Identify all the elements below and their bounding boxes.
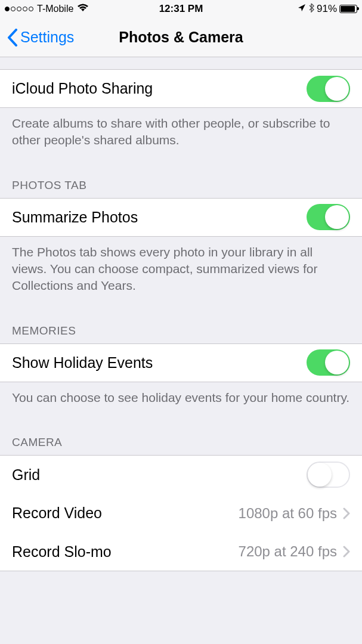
memories-header: MEMORIES bbox=[0, 311, 362, 343]
summarize-photos-toggle[interactable] bbox=[307, 204, 350, 230]
record-slomo-value: 720p at 240 fps bbox=[239, 543, 350, 560]
icloud-photo-sharing-label: iCloud Photo Sharing bbox=[12, 80, 153, 97]
wifi-icon bbox=[77, 4, 89, 14]
grid-row[interactable]: Grid bbox=[0, 455, 362, 494]
back-button[interactable]: Settings bbox=[7, 29, 74, 47]
record-video-label: Record Video bbox=[12, 504, 102, 522]
battery-icon bbox=[339, 5, 357, 13]
icloud-photo-sharing-row[interactable]: iCloud Photo Sharing bbox=[0, 69, 362, 108]
record-slomo-row[interactable]: Record Slo-mo 720p at 240 fps bbox=[0, 532, 362, 571]
record-slomo-label: Record Slo-mo bbox=[12, 543, 112, 561]
content-area: iCloud Photo Sharing Create albums to sh… bbox=[0, 57, 362, 571]
icloud-sharing-footer: Create albums to share with other people… bbox=[0, 108, 362, 166]
status-bar: T-Mobile 12:31 PM 91% bbox=[0, 0, 362, 18]
show-holiday-events-toggle[interactable] bbox=[307, 349, 350, 376]
record-video-row[interactable]: Record Video 1080p at 60 fps bbox=[0, 494, 362, 532]
show-holiday-events-label: Show Holiday Events bbox=[12, 354, 153, 371]
signal-strength-icon bbox=[5, 7, 33, 11]
photos-tab-header: PHOTOS TAB bbox=[0, 166, 362, 198]
summarize-photos-footer: The Photos tab shows every photo in your… bbox=[0, 237, 362, 311]
chevron-right-icon bbox=[343, 507, 350, 519]
grid-label: Grid bbox=[12, 466, 40, 484]
record-video-value: 1080p at 60 fps bbox=[239, 505, 350, 522]
battery-percent: 91% bbox=[317, 3, 337, 15]
grid-toggle[interactable] bbox=[307, 462, 350, 488]
status-left: T-Mobile bbox=[5, 4, 89, 14]
location-icon bbox=[298, 3, 306, 15]
toggle-knob bbox=[308, 463, 332, 487]
summarize-photos-row[interactable]: Summarize Photos bbox=[0, 198, 362, 237]
camera-header: CAMERA bbox=[0, 423, 362, 455]
holiday-events-footer: You can choose to see holiday events for… bbox=[0, 382, 362, 423]
chevron-right-icon bbox=[343, 546, 350, 558]
bluetooth-icon bbox=[308, 3, 314, 16]
toggle-knob bbox=[325, 205, 349, 229]
back-label: Settings bbox=[20, 29, 74, 46]
toggle-knob bbox=[325, 77, 349, 101]
summarize-photos-label: Summarize Photos bbox=[12, 209, 138, 226]
page-title: Photos & Camera bbox=[119, 29, 243, 46]
nav-bar: Settings Photos & Camera bbox=[0, 18, 362, 57]
toggle-knob bbox=[325, 351, 349, 374]
carrier-label: T-Mobile bbox=[37, 4, 73, 14]
status-right: 91% bbox=[298, 3, 357, 16]
show-holiday-events-row[interactable]: Show Holiday Events bbox=[0, 343, 362, 382]
status-time: 12:31 PM bbox=[159, 3, 203, 15]
chevron-left-icon bbox=[7, 29, 18, 47]
icloud-photo-sharing-toggle[interactable] bbox=[307, 76, 350, 102]
